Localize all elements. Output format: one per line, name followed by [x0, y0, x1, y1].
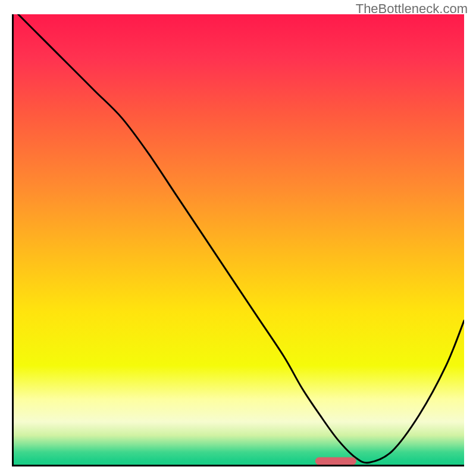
gradient-background	[14, 14, 464, 465]
plot-area	[12, 14, 464, 466]
plot-svg	[14, 14, 464, 465]
optimal-range-marker	[315, 458, 356, 465]
chart-container: TheBottleneck.com	[0, 0, 476, 476]
